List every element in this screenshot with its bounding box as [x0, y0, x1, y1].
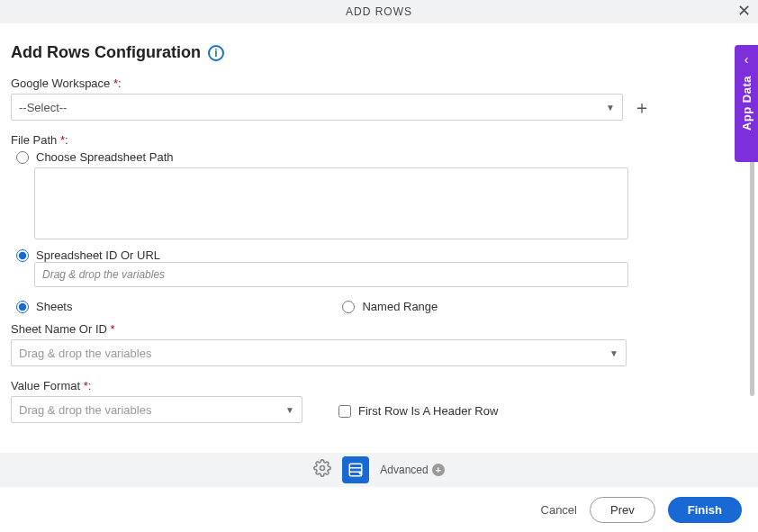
modal-title: ADD ROWS	[346, 5, 412, 18]
radio-choose-spreadsheet-path[interactable]: Choose Spreadsheet Path	[16, 150, 747, 164]
cancel-button[interactable]: Cancel	[541, 503, 577, 517]
page-title: Add Rows Configuration i	[11, 43, 747, 62]
close-icon[interactable]: ✕	[737, 3, 751, 19]
radio-named-range-input[interactable]	[342, 301, 355, 313]
range-type-group: Sheets Named Range	[16, 300, 747, 313]
finish-button[interactable]: Finish	[668, 497, 742, 523]
sheet-name-select[interactable]: Drag & drop the variables ▼	[11, 339, 627, 366]
value-format-select[interactable]: Drag & drop the variables ▼	[11, 396, 302, 423]
google-workspace-select-value: --Select--	[19, 101, 67, 114]
svg-point-0	[320, 466, 325, 471]
bottom-toolbar: Advanced +	[0, 453, 758, 487]
plus-circle-icon: +	[432, 464, 445, 476]
first-row-header-checkbox[interactable]: First Row Is A Header Row	[338, 404, 498, 418]
first-row-header-input[interactable]	[338, 405, 351, 418]
file-path-label: File Path *:	[11, 133, 747, 147]
chevron-left-icon: ‹	[744, 52, 749, 67]
add-google-workspace-button[interactable]: ＋	[632, 97, 652, 117]
app-data-side-label: App Data	[740, 76, 753, 131]
radio-choose-spreadsheet-path-label: Choose Spreadsheet Path	[36, 150, 174, 164]
advanced-label-text: Advanced	[380, 464, 428, 476]
radio-named-range[interactable]: Named Range	[342, 300, 438, 313]
spreadsheet-id-url-input[interactable]: Drag & drop the variables	[34, 262, 628, 287]
sheet-name-placeholder: Drag & drop the variables	[19, 347, 151, 360]
app-data-side-tab[interactable]: ‹ App Data	[735, 45, 758, 162]
modal-root: ADD ROWS ✕ Add Rows Configuration i Goog…	[0, 0, 758, 532]
advanced-toggle[interactable]: Advanced +	[380, 464, 444, 476]
google-workspace-label: Google Workspace *:	[11, 77, 747, 90]
radio-sheets-input[interactable]	[16, 301, 29, 313]
value-format-field: Value Format *: Drag & drop the variable…	[11, 379, 302, 423]
chevron-down-icon: ▼	[606, 103, 615, 113]
spreadsheet-path-box[interactable]	[34, 167, 628, 239]
footer: Cancel Prev Finish	[0, 487, 758, 532]
radio-choose-spreadsheet-path-input[interactable]	[16, 151, 29, 164]
gear-icon[interactable]	[313, 459, 331, 481]
value-format-row: Value Format *: Drag & drop the variable…	[11, 379, 747, 423]
radio-named-range-label: Named Range	[362, 300, 438, 313]
info-icon[interactable]: i	[208, 45, 224, 61]
google-workspace-field: Google Workspace *: --Select-- ▼ ＋	[11, 77, 747, 121]
radio-spreadsheet-id-url-label: Spreadsheet ID Or URL	[36, 248, 160, 262]
modal-header: ADD ROWS ✕	[0, 0, 758, 23]
chevron-down-icon: ▼	[285, 405, 294, 415]
sheet-name-label: Sheet Name Or ID *	[11, 322, 747, 336]
radio-spreadsheet-id-url-input[interactable]	[16, 249, 29, 262]
form-layout-icon[interactable]	[342, 456, 369, 483]
radio-sheets-label: Sheets	[36, 300, 72, 313]
radio-spreadsheet-id-url[interactable]: Spreadsheet ID Or URL	[16, 248, 747, 262]
form-body: Add Rows Configuration i Google Workspac…	[0, 23, 758, 453]
sheet-name-field: Sheet Name Or ID * Drag & drop the varia…	[11, 322, 747, 366]
value-format-placeholder: Drag & drop the variables	[19, 403, 151, 417]
page-title-text: Add Rows Configuration	[11, 43, 201, 62]
chevron-down-icon: ▼	[609, 348, 618, 358]
first-row-header-label: First Row Is A Header Row	[358, 404, 498, 418]
value-format-label: Value Format *:	[11, 379, 302, 392]
radio-sheets[interactable]: Sheets	[16, 300, 72, 313]
file-path-field: File Path *: Choose Spreadsheet Path Spr…	[11, 133, 747, 287]
google-workspace-select[interactable]: --Select-- ▼	[11, 94, 623, 121]
prev-button[interactable]: Prev	[590, 497, 655, 523]
